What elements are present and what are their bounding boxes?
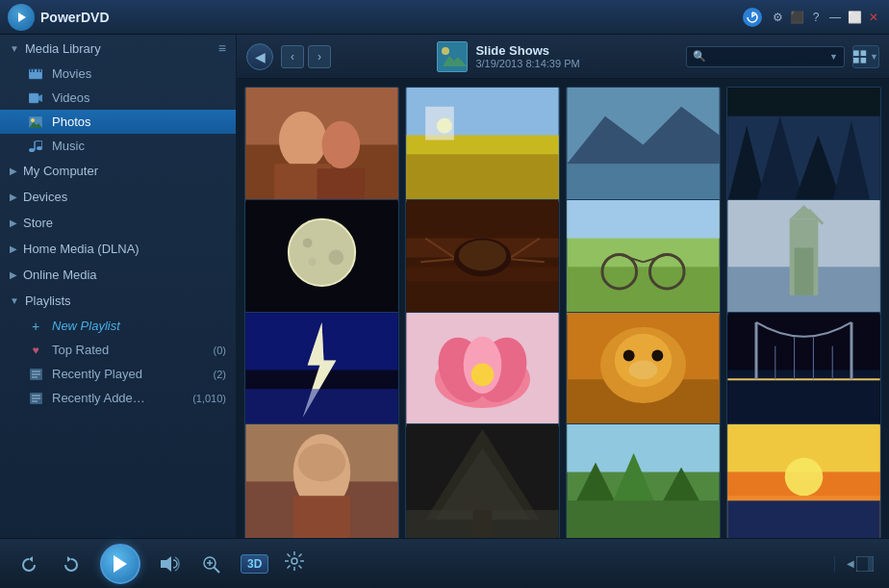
svg-point-97 (629, 360, 658, 379)
videos-label: Videos (52, 90, 90, 105)
rewind-button[interactable] (15, 550, 42, 577)
next-button[interactable]: › (308, 45, 331, 68)
photo-cell[interactable] (726, 423, 881, 538)
photo-cell[interactable] (726, 312, 881, 428)
sidebar-my-computer[interactable]: ▶ My Computer (0, 158, 236, 184)
svg-rect-2 (30, 69, 32, 72)
photo-cell[interactable] (566, 87, 721, 203)
sidebar-item-new-playlist[interactable]: + New Playlist (0, 314, 236, 338)
photo-cell[interactable] (726, 87, 881, 203)
svg-rect-3 (33, 69, 35, 72)
update-badge[interactable] (743, 8, 762, 27)
svg-rect-24 (438, 42, 467, 71)
photo-cell[interactable] (405, 87, 560, 203)
recently-added-icon (27, 392, 44, 405)
manage-icon[interactable]: ≡ (218, 40, 226, 56)
sidebar-online-media[interactable]: ▶ Online Media (0, 262, 236, 288)
svg-point-26 (442, 47, 449, 55)
svg-point-110 (298, 444, 345, 482)
sidebar-item-top-rated[interactable]: ♥ Top Rated (0) (0, 338, 236, 362)
sidebar-media-library[interactable]: ▼ Media Library ≡ (0, 35, 236, 62)
minimize-button[interactable]: — (827, 10, 843, 25)
sidebar-home-media[interactable]: ▶ Home Media (DLNA) (0, 236, 236, 262)
zoom-button[interactable] (198, 550, 225, 577)
sidebar-item-recently-played[interactable]: Recently Played (2) (0, 362, 236, 386)
top-rated-icon: ♥ (27, 344, 44, 357)
view-mode-button[interactable]: ▼ (852, 45, 879, 68)
svg-rect-44 (567, 164, 719, 202)
svg-rect-5 (39, 69, 41, 72)
recently-played-icon (27, 368, 44, 381)
svg-rect-28 (861, 50, 867, 56)
recently-added-badge: (1,010) (192, 393, 226, 404)
side-panel-button[interactable]: ◀ (834, 556, 874, 572)
bottom-bar: 3D ◀ (0, 538, 889, 588)
photo-cell[interactable] (244, 312, 399, 428)
svg-marker-7 (38, 94, 42, 102)
settings-button[interactable] (284, 550, 305, 576)
sidebar: ▼ Media Library ≡ Movies Videos Photos (0, 35, 237, 538)
close-button[interactable]: ✕ (866, 10, 881, 25)
photo-cell[interactable] (405, 423, 560, 538)
prev-next-controls: ‹ › (281, 45, 331, 68)
content-toolbar: ◀ ‹ › Slide Shows 3/19/2013 8:14:39 PM (237, 35, 889, 79)
svg-point-11 (29, 148, 35, 152)
restore-button[interactable]: ⬜ (847, 10, 862, 25)
collapsed-arrow: ▶ (10, 192, 17, 202)
search-box[interactable]: 🔍 ▼ (686, 46, 845, 67)
sidebar-item-videos[interactable]: Videos (0, 86, 236, 110)
sidebar-devices[interactable]: ▶ Devices (0, 184, 236, 210)
svg-point-33 (279, 112, 326, 168)
svg-line-15 (35, 141, 42, 141)
photo-cell[interactable] (566, 423, 721, 538)
title-bar: PowerDVD ⚙ ⬛ ? — ⬜ ✕ (0, 0, 889, 35)
my-computer-label: My Computer (23, 164, 98, 178)
forward-button[interactable] (58, 550, 85, 577)
home-media-label: Home Media (DLNA) (23, 242, 140, 256)
store-label: Store (23, 216, 53, 230)
help-icon[interactable]: ? (808, 10, 824, 25)
toolbar-title-area: Slide Shows 3/19/2013 8:14:39 PM (339, 41, 678, 72)
main-content: ▼ Media Library ≡ Movies Videos Photos (0, 35, 889, 538)
photo-cell[interactable] (726, 199, 881, 316)
photo-cell[interactable] (566, 312, 721, 428)
photo-cell[interactable] (244, 87, 399, 203)
svg-point-55 (303, 238, 313, 247)
sidebar-store[interactable]: ▶ Store (0, 210, 236, 236)
online-media-label: Online Media (23, 268, 97, 282)
sidebar-playlists[interactable]: ▼ Playlists (0, 288, 236, 314)
prev-button[interactable]: ‹ (281, 45, 304, 68)
search-input[interactable] (710, 50, 826, 64)
expand-arrow: ▼ (10, 43, 19, 54)
photos-icon (27, 115, 44, 129)
svg-point-12 (37, 146, 42, 150)
recently-added-label: Recently Adde… (52, 391, 145, 405)
svg-point-90 (471, 363, 495, 386)
photos-label: Photos (52, 115, 90, 129)
svg-rect-118 (567, 424, 719, 472)
photo-cell[interactable] (405, 312, 560, 428)
volume-button[interactable] (156, 550, 183, 577)
back-button[interactable]: ◀ (246, 43, 273, 70)
photo-grid (237, 79, 889, 538)
photo-cell[interactable] (566, 199, 721, 316)
photo-cell[interactable] (244, 199, 399, 316)
photo-cell[interactable] (405, 199, 560, 316)
svg-point-56 (328, 249, 343, 265)
three-d-button[interactable]: 3D (241, 554, 268, 574)
sidebar-item-music[interactable]: Music (0, 134, 236, 158)
svg-point-95 (623, 349, 635, 361)
play-button[interactable] (100, 544, 140, 584)
sidebar-item-movies[interactable]: Movies (0, 62, 236, 86)
photo-cell[interactable] (244, 423, 399, 538)
search-dropdown-arrow[interactable]: ▼ (829, 52, 838, 62)
settings-icon[interactable]: ⚙ (770, 10, 785, 25)
collapsed-arrow: ▶ (10, 269, 17, 280)
search-icon: 🔍 (693, 50, 706, 63)
recently-played-badge: (2) (214, 369, 226, 380)
sidebar-item-recently-added[interactable]: Recently Adde… (1,010) (0, 386, 236, 410)
display-icon[interactable]: ⬛ (789, 10, 804, 25)
sidebar-item-photos[interactable]: Photos (0, 110, 236, 134)
view-dropdown-arrow: ▼ (870, 52, 878, 62)
expand-arrow: ▼ (10, 295, 19, 306)
